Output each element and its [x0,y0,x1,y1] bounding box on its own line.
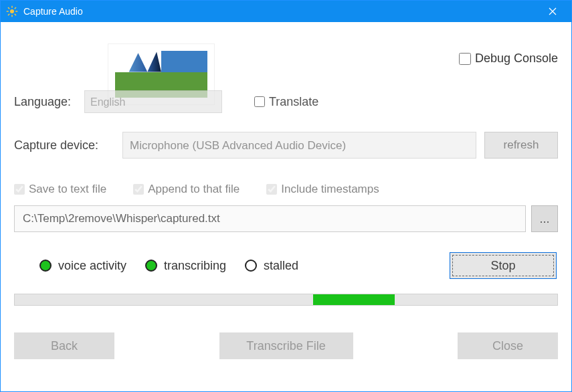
app-icon [6,5,18,17]
timestamps-checkbox[interactable]: Include timestamps [266,183,379,196]
stop-button[interactable]: Stop [450,252,557,279]
timestamps-input[interactable] [266,184,277,195]
append-label: Append to that file [148,183,240,196]
debug-console-label: Debug Console [475,52,558,66]
language-label: Language: [14,95,76,109]
output-path-field[interactable] [14,205,526,232]
close-icon [549,7,557,15]
svg-point-0 [10,9,14,13]
voice-activity-indicator: voice activity [39,259,126,273]
translate-label: Translate [269,95,318,109]
save-to-file-checkbox[interactable]: Save to text file [14,183,106,196]
refresh-button[interactable]: refresh [484,132,558,159]
save-to-file-label: Save to text file [29,183,106,196]
browse-button[interactable]: ... [531,205,558,232]
svg-line-8 [15,7,16,9]
capture-device-label: Capture device: [14,138,114,153]
voice-activity-dot-icon [39,260,52,272]
progress-bar-fill [313,294,395,305]
transcribing-dot-icon [145,260,157,272]
voice-activity-label: voice activity [58,259,126,273]
debug-console-checkbox[interactable]: Debug Console [459,52,558,66]
transcribing-label: transcribing [164,259,226,273]
progress-bar [14,294,558,306]
stalled-label: stalled [264,259,298,273]
language-select[interactable]: English [84,90,222,113]
stalled-dot-icon [245,260,257,272]
debug-console-input[interactable] [459,53,471,65]
svg-line-5 [8,7,9,9]
stalled-indicator: stalled [245,259,298,273]
title-bar: Capture Audio [1,1,571,22]
translate-checkbox[interactable]: Translate [254,95,318,109]
append-input[interactable] [133,184,144,195]
svg-line-6 [15,14,16,15]
transcribe-file-button[interactable]: Transcribe File [219,332,353,359]
transcribing-indicator: transcribing [145,259,226,273]
translate-input[interactable] [254,96,265,107]
back-button[interactable]: Back [14,332,114,359]
window-title: Capture Audio [23,6,539,17]
append-checkbox[interactable]: Append to that file [133,183,240,196]
close-window-button[interactable] [539,1,566,22]
timestamps-label: Include timestamps [281,183,379,196]
capture-device-select[interactable]: Microphone (USB Advanced Audio Device) [122,132,476,159]
save-to-file-input[interactable] [14,184,25,195]
close-button[interactable]: Close [458,332,558,359]
svg-line-7 [8,14,9,15]
